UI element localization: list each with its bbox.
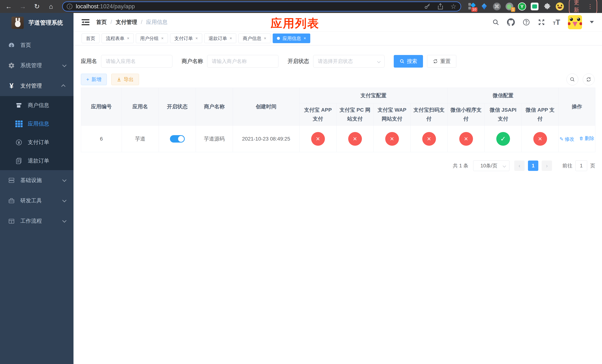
alipay-app-status-button[interactable]: × bbox=[311, 132, 325, 146]
merchant-name-input[interactable] bbox=[207, 55, 279, 68]
tab-home[interactable]: 首页 bbox=[82, 33, 99, 43]
sidebar-item-infrastructure[interactable]: 基础设施 bbox=[0, 170, 74, 191]
sidebar-item-dev-tools[interactable]: 研发工具 bbox=[0, 191, 74, 211]
breadcrumb-payment[interactable]: 支付管理 bbox=[116, 19, 137, 26]
close-icon[interactable]: × bbox=[127, 36, 129, 40]
add-button[interactable]: + 新增 bbox=[81, 74, 107, 85]
col-header-wx-jsapi: 微信 JSAPI 支付 bbox=[485, 103, 522, 126]
top-navbar: 首页 / 支付管理 / 应用信息 TT bbox=[74, 13, 602, 32]
url-text: localhost:1024/pay/app bbox=[76, 3, 135, 10]
breadcrumb: 首页 / 支付管理 / 应用信息 bbox=[96, 19, 168, 26]
col-header-wx-app: 微信 APP 支付 bbox=[522, 103, 559, 126]
plus-icon: + bbox=[86, 77, 89, 82]
sidebar-item-workflow[interactable]: 工作流程 bbox=[0, 211, 74, 231]
close-icon[interactable]: × bbox=[264, 36, 266, 40]
chrome-menu-icon[interactable]: ⋮ bbox=[587, 3, 593, 10]
sidebar-item-label: 首页 bbox=[20, 42, 31, 49]
toolbar: + 新增 导出 bbox=[81, 74, 595, 85]
fullscreen-icon[interactable] bbox=[538, 19, 545, 26]
alipay-scan-status-button[interactable]: × bbox=[422, 132, 436, 146]
col-header-status: 开启状态 bbox=[159, 88, 196, 126]
tab-process-form[interactable]: 流程表单× bbox=[102, 33, 134, 43]
bookmark-star-icon[interactable]: ☆ bbox=[450, 3, 456, 10]
logo-rabbit-avatar bbox=[11, 17, 24, 29]
payment-submenu: 商户信息 应用信息 支付订单 退款订单 bbox=[0, 96, 74, 170]
wx-jsapi-status-button[interactable]: ✓ bbox=[496, 132, 510, 146]
password-key-icon[interactable] bbox=[424, 3, 430, 10]
sidebar-item-pay-order[interactable]: 支付订单 bbox=[0, 133, 74, 152]
user-menu-caret-icon[interactable] bbox=[590, 21, 594, 23]
extensions-area: 10 ⌘ 1 Y bbox=[467, 2, 564, 11]
export-button[interactable]: 导出 bbox=[111, 74, 139, 85]
sidebar-item-label: 支付订单 bbox=[28, 139, 49, 146]
ext-emoji-icon[interactable] bbox=[556, 2, 564, 11]
goto-page-input[interactable] bbox=[575, 160, 587, 171]
wx-app-status-button[interactable]: × bbox=[533, 132, 547, 146]
delete-link[interactable]: 删除 bbox=[579, 135, 594, 142]
extensions-puzzle-icon[interactable] bbox=[543, 2, 551, 11]
download-icon bbox=[117, 77, 121, 82]
page-number-1[interactable]: 1 bbox=[528, 161, 538, 171]
ext-command-icon[interactable]: ⌘ bbox=[493, 2, 501, 11]
breadcrumb-home[interactable]: 首页 bbox=[96, 19, 107, 26]
font-size-icon[interactable]: TT bbox=[553, 19, 560, 26]
share-icon[interactable] bbox=[437, 3, 443, 10]
close-icon[interactable]: × bbox=[230, 36, 232, 40]
close-icon[interactable]: × bbox=[195, 36, 198, 40]
search-button[interactable]: 搜索 bbox=[394, 55, 423, 68]
chevron-down-icon bbox=[62, 178, 67, 182]
alipay-wap-status-button[interactable]: × bbox=[385, 132, 399, 146]
tab-refund-order[interactable]: 退款订单× bbox=[204, 33, 236, 43]
prev-page-button[interactable]: ‹ bbox=[514, 161, 525, 171]
close-icon[interactable]: × bbox=[304, 36, 306, 40]
tab-user-group[interactable]: 用户分组× bbox=[136, 33, 168, 43]
search-icon[interactable] bbox=[492, 19, 499, 26]
site-info-icon[interactable]: i bbox=[67, 4, 72, 9]
sidebar-item-payment[interactable]: ¥ 支付管理 bbox=[0, 76, 74, 96]
close-icon[interactable]: × bbox=[161, 36, 164, 40]
page-size-select[interactable]: 10条/页 bbox=[473, 160, 509, 171]
sidebar-item-app-info[interactable]: 应用信息 bbox=[0, 115, 74, 133]
tab-pay-order[interactable]: 支付订单× bbox=[170, 33, 202, 43]
yen-icon: ¥ bbox=[7, 82, 16, 90]
app-logo[interactable]: 芋道管理系统 bbox=[0, 13, 74, 32]
refresh-table-button[interactable] bbox=[583, 74, 595, 85]
next-page-button[interactable]: › bbox=[542, 161, 552, 171]
sidebar-item-home[interactable]: 首页 bbox=[0, 35, 74, 55]
toggle-search-button[interactable] bbox=[567, 74, 578, 85]
help-icon[interactable] bbox=[523, 19, 530, 26]
sidebar-item-refund-order[interactable]: 退款订单 bbox=[0, 152, 74, 170]
sidebar-item-merchant-info[interactable]: 商户信息 bbox=[0, 96, 74, 115]
home-icon[interactable]: ⌂ bbox=[47, 3, 55, 10]
alipay-pc-status-button[interactable]: × bbox=[348, 132, 362, 146]
address-bar[interactable]: i localhost:1024/pay/app ☆ bbox=[62, 1, 461, 11]
ext-recorder-icon[interactable]: 1 bbox=[505, 2, 514, 11]
user-avatar[interactable] bbox=[568, 15, 582, 29]
group-header-alipay: 支付宝配置 bbox=[300, 88, 448, 103]
sidebar-item-system[interactable]: 系统管理 bbox=[0, 55, 74, 76]
back-icon[interactable]: ← bbox=[5, 3, 13, 10]
tab-merchant-info[interactable]: 商户信息× bbox=[238, 33, 270, 43]
reload-icon[interactable]: ↻ bbox=[33, 3, 41, 10]
sidebar-item-label: 系统管理 bbox=[20, 62, 42, 69]
ext-sidebar-icon[interactable]: 10 bbox=[467, 2, 476, 11]
goto-label: 前往 bbox=[562, 162, 572, 169]
tab-app-info[interactable]: 应用信息× bbox=[273, 33, 310, 43]
status-toggle[interactable] bbox=[170, 135, 185, 143]
chevron-down-icon bbox=[62, 63, 67, 67]
edit-link[interactable]: ✎修改 bbox=[559, 136, 574, 142]
ext-badge: 10 bbox=[471, 7, 477, 12]
sidebar-fold-icon[interactable] bbox=[82, 19, 89, 26]
forward-icon[interactable]: → bbox=[19, 3, 27, 10]
reset-button[interactable]: 重置 bbox=[427, 55, 456, 68]
app-name-input[interactable] bbox=[101, 55, 172, 68]
ext-chat-icon[interactable] bbox=[530, 2, 539, 11]
ext-yudao-icon[interactable]: Y bbox=[518, 2, 526, 11]
breadcrumb-separator: / bbox=[110, 19, 112, 25]
ext-kite-icon[interactable] bbox=[480, 2, 489, 11]
wx-mini-status-button[interactable]: × bbox=[459, 132, 473, 146]
shop-icon bbox=[15, 102, 23, 109]
status-select[interactable] bbox=[313, 55, 385, 68]
browser-chrome: ← → ↻ ⌂ i localhost:1024/pay/app ☆ 10 ⌘ … bbox=[0, 0, 602, 13]
github-icon[interactable] bbox=[507, 18, 515, 26]
